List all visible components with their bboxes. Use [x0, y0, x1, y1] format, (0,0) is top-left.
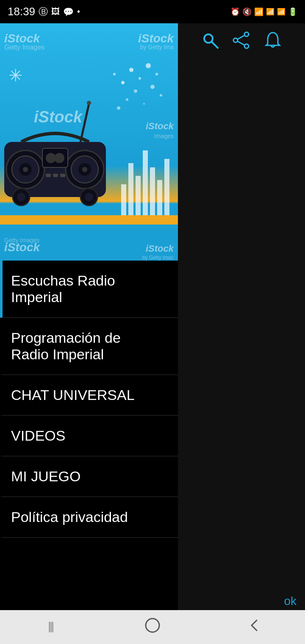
watermark-mid2: iStock: [146, 121, 174, 132]
svg-line-1: [212, 42, 218, 48]
home-button[interactable]: [136, 614, 169, 640]
status-time-area: 18:39 Ⓑ 🖼 💬 •: [8, 5, 80, 18]
getty-tr: by Getty Ima: [140, 44, 174, 50]
svg-rect-40: [146, 619, 159, 632]
bottom-navigation: ⦀: [0, 610, 305, 644]
time-display: 18:39: [8, 5, 35, 18]
boombox-illustration: [0, 91, 114, 227]
menu-item-politica[interactable]: Política privacidad: [0, 497, 178, 538]
watermark-br: iStock: [146, 243, 174, 254]
right-dark-panel: [178, 23, 305, 610]
dot-icon: •: [77, 7, 80, 17]
menu-item-programacion[interactable]: Programación deRadio Imperial: [0, 318, 178, 375]
menu-item-juego[interactable]: MI JUEGO: [0, 456, 178, 497]
svg-point-39: [85, 193, 93, 201]
svg-point-37: [17, 193, 25, 201]
eq-bar-1: [121, 184, 126, 218]
b-icon: Ⓑ: [39, 6, 48, 18]
svg-point-3: [244, 44, 249, 48]
svg-point-7: [129, 68, 133, 72]
alarm-icon: ⏰: [230, 7, 240, 17]
eq-bar-6: [157, 180, 162, 218]
recent-apps-icon: ⦀: [48, 618, 54, 636]
eq-bar-3: [136, 176, 141, 218]
whatsapp-icon: 💬: [63, 7, 74, 17]
battery-icon: 🔋: [288, 7, 297, 17]
star-decoration: ✳: [8, 66, 23, 85]
svg-point-23: [23, 167, 28, 172]
getty-tl: Getty Images: [4, 44, 44, 51]
hero-image: iStock Getty Images iStock by Getty Ima …: [0, 23, 178, 261]
svg-point-8: [139, 77, 141, 80]
getty-bl: Getty Images: [4, 237, 39, 244]
svg-rect-34: [53, 174, 58, 177]
svg-rect-35: [60, 174, 65, 177]
left-drawer-panel: iStock Getty Images iStock by Getty Ima …: [0, 23, 178, 610]
menu-item-escuchas[interactable]: Escuchas RadioImperial: [0, 261, 178, 318]
search-icon[interactable]: [201, 31, 219, 54]
menu-item-videos[interactable]: VIDEOS: [0, 416, 178, 456]
wifi-icon: 📶: [254, 7, 263, 17]
recent-apps-button[interactable]: ⦀: [34, 614, 68, 640]
svg-point-16: [143, 103, 145, 105]
svg-point-17: [160, 94, 162, 97]
svg-rect-33: [46, 174, 51, 177]
svg-point-32: [87, 101, 91, 105]
eq-bars: [121, 150, 169, 218]
svg-point-13: [134, 89, 137, 93]
svg-point-4: [233, 38, 238, 42]
share-icon[interactable]: [232, 31, 251, 54]
menu-item-chat-label: CHAT UNIVERSAL: [11, 387, 135, 403]
home-icon: [144, 617, 161, 638]
svg-point-27: [82, 167, 87, 172]
eq-bar-5: [150, 167, 155, 218]
getty-mid2: Images: [154, 133, 174, 139]
camera-icon: 🖼: [51, 7, 60, 17]
svg-point-30: [54, 153, 64, 163]
menu-item-juego-label: MI JUEGO: [11, 468, 80, 484]
eq-bar-2: [128, 163, 133, 218]
notification-bell-icon[interactable]: [263, 31, 282, 54]
signal1-icon: 📶: [266, 8, 274, 16]
ok-hint: ok: [284, 594, 297, 608]
header-toolbar: [178, 23, 305, 61]
svg-point-15: [126, 98, 128, 101]
svg-line-5: [237, 35, 245, 39]
svg-point-11: [155, 73, 158, 75]
menu-list: Escuchas RadioImperial Programación deRa…: [0, 261, 178, 610]
status-right-icons: ⏰ 🔇 📶 📶 📶 🔋: [230, 7, 297, 17]
svg-line-31: [80, 104, 89, 142]
getty-br: by Getty Imac: [142, 255, 174, 261]
svg-point-2: [244, 32, 249, 36]
svg-line-6: [237, 41, 245, 45]
svg-point-10: [146, 63, 151, 68]
menu-item-politica-label: Política privacidad: [11, 509, 128, 525]
eq-bar-4: [143, 150, 148, 218]
status-bar: 18:39 Ⓑ 🖼 💬 • ⏰ 🔇 📶 📶 📶 🔋: [0, 0, 305, 23]
orange-stripe: [0, 215, 178, 225]
signal2-icon: 📶: [277, 8, 286, 16]
menu-item-chat[interactable]: CHAT UNIVERSAL: [0, 375, 178, 416]
svg-point-9: [121, 81, 125, 84]
svg-point-18: [117, 106, 120, 110]
back-icon: [247, 618, 262, 637]
svg-point-14: [150, 85, 155, 89]
menu-item-programacion-label: Programación deRadio Imperial: [11, 330, 121, 362]
svg-point-12: [113, 73, 116, 75]
menu-item-escuchas-label: Escuchas RadioImperial: [11, 272, 115, 305]
eq-bar-7: [164, 159, 169, 218]
back-button[interactable]: [237, 614, 271, 640]
menu-item-videos-label: VIDEOS: [11, 427, 65, 444]
mute-icon: 🔇: [242, 7, 252, 17]
